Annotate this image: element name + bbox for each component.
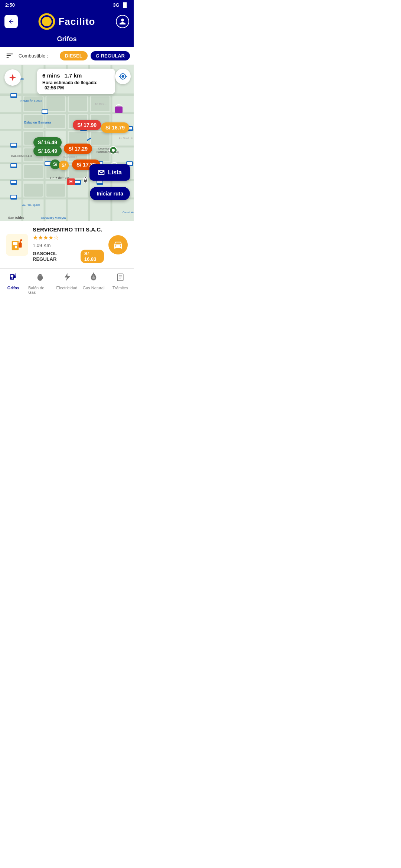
iniciar-ruta-button[interactable]: Iniciar ruta xyxy=(90,187,130,200)
svg-rect-53 xyxy=(11,181,16,183)
nav-item-gas-natural[interactable]: Gas Natural xyxy=(80,269,107,297)
nav-label-electricidad: Electricidad xyxy=(56,286,78,290)
svg-rect-31 xyxy=(24,165,43,178)
svg-rect-49 xyxy=(11,144,16,146)
svg-rect-89 xyxy=(15,246,17,248)
svg-point-93 xyxy=(20,239,22,241)
logo-text: Facilito xyxy=(58,16,95,27)
page-title-bar: Grifos xyxy=(0,33,134,47)
route-time-distance: 6 mins 1.7 km xyxy=(42,72,110,79)
svg-rect-88 xyxy=(13,242,17,245)
status-bar: 2:50 3G ▐▌ xyxy=(0,0,134,10)
nav-item-electricidad[interactable]: Electricidad xyxy=(53,269,80,297)
svg-text:Estación Gamarra: Estación Gamarra xyxy=(24,121,51,124)
svg-text:Av. Aviación: Av. Aviación xyxy=(63,155,77,158)
station-fuel-row: GASOHOL REGULAR S/ 16.83 xyxy=(33,250,104,263)
svg-text:Estación Grau: Estación Grau xyxy=(20,99,42,103)
logo-icon xyxy=(38,13,55,30)
svg-text:Nacional (VIDENA): Nacional (VIDENA) xyxy=(97,151,119,154)
compass-button[interactable] xyxy=(4,69,21,86)
station-price-badge: S/ 16.83 xyxy=(81,250,104,263)
svg-rect-104 xyxy=(117,274,123,281)
filter-bar: Combustible : DIESEL G REGULAR xyxy=(0,47,134,65)
station-distance: 1.09 Km xyxy=(33,243,104,248)
svg-rect-18 xyxy=(69,96,87,111)
svg-text:Av. Méxi...: Av. Méxi... xyxy=(95,103,107,105)
status-right: 3G ▐▌ xyxy=(113,2,128,8)
back-button[interactable] xyxy=(4,15,18,28)
nav-label-gas-natural: Gas Natural xyxy=(83,286,105,290)
station-car-button[interactable] xyxy=(108,235,128,254)
nav-item-balon-gas[interactable]: Balón de Gas xyxy=(27,269,53,297)
svg-text:Camal Ye...: Camal Ye... xyxy=(123,211,134,214)
gas-natural-icon xyxy=(89,272,98,284)
price-bubble-partial2[interactable]: S/ xyxy=(59,161,69,170)
svg-rect-97 xyxy=(14,275,16,278)
svg-rect-41 xyxy=(11,94,16,96)
balon-gas-icon xyxy=(35,272,45,284)
logo: Facilito xyxy=(38,13,95,30)
header: Facilito xyxy=(0,10,134,33)
nav-label-grifos: Grifos xyxy=(7,286,19,290)
gas-pump-icon xyxy=(9,237,25,253)
chip-g-prefix: G xyxy=(96,53,100,59)
svg-rect-67 xyxy=(97,181,102,183)
svg-text:San Isidro: San Isidro xyxy=(8,216,25,220)
station-stars: ★★★★☆ xyxy=(33,234,104,241)
svg-rect-17 xyxy=(46,96,65,111)
svg-rect-26 xyxy=(91,132,110,145)
station-name: SERVICENTRO TITI S.A.C. xyxy=(33,226,104,233)
svg-rect-68 xyxy=(115,106,123,113)
svg-rect-90 xyxy=(19,243,22,247)
page-title: Grifos xyxy=(57,35,76,43)
svg-rect-25 xyxy=(69,132,87,145)
svg-point-39 xyxy=(84,178,87,180)
svg-rect-65 xyxy=(75,181,80,183)
station-card: SERVICENTRO TITI S.A.C. ★★★★☆ 1.09 Km GA… xyxy=(0,221,134,268)
svg-rect-57 xyxy=(45,162,50,165)
svg-text:Canaval y Moreyra: Canaval y Moreyra xyxy=(41,216,66,220)
svg-text:Deportiva: Deportiva xyxy=(98,147,110,150)
profile-button[interactable] xyxy=(116,15,129,28)
nav-label-balon-gas: Balón de Gas xyxy=(28,286,52,295)
svg-text:Av. San Luis: Av. San Luis xyxy=(119,137,133,139)
grifos-icon xyxy=(9,272,18,284)
svg-rect-96 xyxy=(12,277,13,279)
nav-item-grifos[interactable]: Grifos xyxy=(0,269,27,297)
svg-rect-43 xyxy=(42,110,48,113)
svg-rect-98 xyxy=(14,274,15,276)
status-time: 2:50 xyxy=(5,2,15,8)
svg-rect-55 xyxy=(11,195,16,198)
svg-rect-34 xyxy=(24,184,43,197)
svg-rect-51 xyxy=(11,164,16,167)
signal-indicator: 3G xyxy=(113,2,119,8)
svg-rect-35 xyxy=(46,184,65,197)
bottom-nav: Grifos Balón de Gas Electricidad Gas Nat… xyxy=(0,268,134,297)
combustible-label: Combustible : xyxy=(19,53,57,59)
route-distance: 1.7 km xyxy=(65,72,82,79)
battery-icon: ▐▌ xyxy=(122,2,128,8)
chip-regular-label: REGULAR xyxy=(101,53,125,59)
svg-rect-91 xyxy=(20,241,21,243)
route-eta: Hora estimada de llegada: 02:56 PM xyxy=(42,80,110,91)
regular-chip[interactable]: G REGULAR xyxy=(91,51,130,60)
station-info: SERVICENTRO TITI S.A.C. ★★★★☆ 1.09 Km GA… xyxy=(33,226,104,263)
diesel-chip[interactable]: DIESEL xyxy=(60,51,88,60)
location-button[interactable] xyxy=(115,69,131,84)
map-container[interactable]: H Estación Grau Estación Gamarra BALCONC… xyxy=(0,65,134,221)
svg-text:Cruz del Sur: Cruz del Sur xyxy=(50,176,69,180)
price-bubble-1649b[interactable]: S/ 16.49 xyxy=(33,146,62,156)
svg-rect-16 xyxy=(24,96,43,111)
nav-item-tramites[interactable]: Trámites xyxy=(107,269,134,297)
price-bubble-1679[interactable]: S/ 16.79 xyxy=(101,122,129,133)
filter-icon-button[interactable] xyxy=(4,50,16,62)
price-bubble-1729[interactable]: S/ 17.29 xyxy=(64,144,92,154)
station-icon-box xyxy=(6,234,28,256)
svg-text:H: H xyxy=(69,179,73,184)
price-bubble-1790[interactable]: S/ 17.90 xyxy=(73,120,101,130)
svg-point-100 xyxy=(15,273,16,274)
svg-rect-95 xyxy=(11,275,13,277)
lista-button[interactable]: Lista xyxy=(89,164,130,181)
route-time: 6 mins xyxy=(42,72,60,79)
svg-text:BALCONCILLO: BALCONCILLO xyxy=(11,154,32,158)
